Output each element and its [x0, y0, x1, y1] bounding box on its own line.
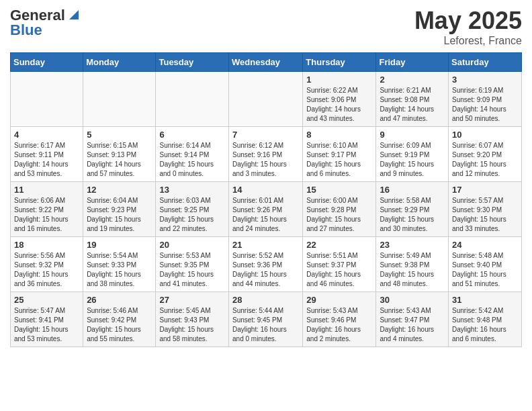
calendar-cell: 18Sunrise: 5:56 AM Sunset: 9:32 PM Dayli… — [11, 237, 83, 292]
calendar-cell: 8Sunrise: 6:10 AM Sunset: 9:17 PM Daylig… — [303, 127, 376, 182]
day-number: 24 — [452, 240, 518, 250]
day-info: Sunrise: 6:07 AM Sunset: 9:20 PM Dayligh… — [452, 141, 518, 179]
day-number: 15 — [306, 185, 372, 195]
day-info: Sunrise: 5:49 AM Sunset: 9:38 PM Dayligh… — [380, 251, 445, 289]
calendar-day-header: Sunday — [11, 53, 83, 72]
calendar-day-header: Monday — [83, 53, 156, 72]
day-number: 8 — [306, 130, 372, 140]
calendar-cell: 5Sunrise: 6:15 AM Sunset: 9:13 PM Daylig… — [83, 127, 156, 182]
calendar-cell: 1Sunrise: 6:22 AM Sunset: 9:06 PM Daylig… — [303, 72, 376, 127]
day-info: Sunrise: 5:57 AM Sunset: 9:30 PM Dayligh… — [452, 196, 518, 234]
day-number: 1 — [306, 75, 372, 85]
calendar-cell: 11Sunrise: 6:06 AM Sunset: 9:22 PM Dayli… — [11, 182, 83, 237]
svg-marker-0 — [69, 10, 79, 19]
day-number: 18 — [14, 240, 79, 250]
calendar-cell — [156, 72, 229, 127]
day-info: Sunrise: 6:14 AM Sunset: 9:14 PM Dayligh… — [159, 141, 225, 179]
day-number: 19 — [87, 240, 152, 250]
day-info: Sunrise: 6:15 AM Sunset: 9:13 PM Dayligh… — [87, 141, 152, 179]
title-month: May 2025 — [414, 7, 522, 35]
calendar-cell: 9Sunrise: 6:09 AM Sunset: 9:19 PM Daylig… — [376, 127, 449, 182]
day-info: Sunrise: 5:44 AM Sunset: 9:45 PM Dayligh… — [232, 306, 299, 344]
calendar-cell: 15Sunrise: 6:00 AM Sunset: 9:28 PM Dayli… — [303, 182, 376, 237]
calendar-cell: 24Sunrise: 5:48 AM Sunset: 9:40 PM Dayli… — [449, 237, 522, 292]
day-info: Sunrise: 5:54 AM Sunset: 9:33 PM Dayligh… — [87, 251, 152, 289]
calendar-cell — [11, 72, 83, 127]
calendar-week-row: 25Sunrise: 5:47 AM Sunset: 9:41 PM Dayli… — [11, 292, 522, 347]
calendar-cell: 17Sunrise: 5:57 AM Sunset: 9:30 PM Dayli… — [449, 182, 522, 237]
calendar-day-header: Thursday — [303, 53, 376, 72]
day-info: Sunrise: 5:47 AM Sunset: 9:41 PM Dayligh… — [14, 306, 79, 344]
day-number: 9 — [380, 130, 445, 140]
day-number: 4 — [14, 130, 79, 140]
title-block: May 2025 Leforest, France — [414, 7, 522, 47]
day-number: 6 — [159, 130, 225, 140]
day-info: Sunrise: 6:03 AM Sunset: 9:25 PM Dayligh… — [159, 196, 225, 234]
day-info: Sunrise: 5:43 AM Sunset: 9:47 PM Dayligh… — [380, 306, 445, 344]
calendar-cell: 14Sunrise: 6:01 AM Sunset: 9:26 PM Dayli… — [229, 182, 303, 237]
page: General Blue May 2025 Leforest, France S… — [0, 0, 532, 354]
header: General Blue May 2025 Leforest, France — [10, 7, 522, 47]
day-info: Sunrise: 5:43 AM Sunset: 9:46 PM Dayligh… — [306, 306, 372, 344]
day-number: 26 — [87, 295, 152, 305]
calendar-cell: 28Sunrise: 5:44 AM Sunset: 9:45 PM Dayli… — [229, 292, 303, 347]
calendar-cell — [229, 72, 303, 127]
calendar-cell: 4Sunrise: 6:17 AM Sunset: 9:11 PM Daylig… — [11, 127, 83, 182]
day-number: 5 — [87, 130, 152, 140]
calendar-cell: 13Sunrise: 6:03 AM Sunset: 9:25 PM Dayli… — [156, 182, 229, 237]
day-info: Sunrise: 6:10 AM Sunset: 9:17 PM Dayligh… — [306, 141, 372, 179]
day-info: Sunrise: 6:22 AM Sunset: 9:06 PM Dayligh… — [306, 86, 372, 124]
day-info: Sunrise: 6:12 AM Sunset: 9:16 PM Dayligh… — [232, 141, 299, 179]
calendar-cell: 26Sunrise: 5:46 AM Sunset: 9:42 PM Dayli… — [83, 292, 156, 347]
calendar-cell: 20Sunrise: 5:53 AM Sunset: 9:35 PM Dayli… — [156, 237, 229, 292]
calendar-cell: 10Sunrise: 6:07 AM Sunset: 9:20 PM Dayli… — [449, 127, 522, 182]
calendar-cell — [83, 72, 156, 127]
day-number: 23 — [380, 240, 445, 250]
day-number: 13 — [159, 185, 225, 195]
day-info: Sunrise: 6:21 AM Sunset: 9:08 PM Dayligh… — [380, 86, 445, 124]
day-number: 30 — [380, 295, 445, 305]
day-number: 7 — [232, 130, 299, 140]
calendar-cell: 27Sunrise: 5:45 AM Sunset: 9:43 PM Dayli… — [156, 292, 229, 347]
day-info: Sunrise: 6:09 AM Sunset: 9:19 PM Dayligh… — [380, 141, 445, 179]
day-number: 27 — [159, 295, 225, 305]
calendar-cell: 3Sunrise: 6:19 AM Sunset: 9:09 PM Daylig… — [449, 72, 522, 127]
calendar-week-row: 18Sunrise: 5:56 AM Sunset: 9:32 PM Dayli… — [11, 237, 522, 292]
calendar-week-row: 11Sunrise: 6:06 AM Sunset: 9:22 PM Dayli… — [11, 182, 522, 237]
day-number: 14 — [232, 185, 299, 195]
calendar-cell: 25Sunrise: 5:47 AM Sunset: 9:41 PM Dayli… — [11, 292, 83, 347]
calendar-cell: 2Sunrise: 6:21 AM Sunset: 9:08 PM Daylig… — [376, 72, 449, 127]
day-number: 12 — [87, 185, 152, 195]
day-number: 10 — [452, 130, 518, 140]
calendar-cell: 22Sunrise: 5:51 AM Sunset: 9:37 PM Dayli… — [303, 237, 376, 292]
day-number: 2 — [380, 75, 445, 85]
calendar-cell: 7Sunrise: 6:12 AM Sunset: 9:16 PM Daylig… — [229, 127, 303, 182]
calendar-cell: 16Sunrise: 5:58 AM Sunset: 9:29 PM Dayli… — [376, 182, 449, 237]
day-info: Sunrise: 6:04 AM Sunset: 9:23 PM Dayligh… — [87, 196, 152, 234]
day-info: Sunrise: 6:19 AM Sunset: 9:09 PM Dayligh… — [452, 86, 518, 124]
day-number: 28 — [232, 295, 299, 305]
day-number: 29 — [306, 295, 372, 305]
day-number: 21 — [232, 240, 299, 250]
day-number: 11 — [14, 185, 79, 195]
title-location: Leforest, France — [414, 35, 522, 47]
calendar-day-header: Tuesday — [156, 53, 229, 72]
day-info: Sunrise: 6:06 AM Sunset: 9:22 PM Dayligh… — [14, 196, 79, 234]
day-number: 31 — [452, 295, 518, 305]
day-number: 16 — [380, 185, 445, 195]
calendar-cell: 21Sunrise: 5:52 AM Sunset: 9:36 PM Dayli… — [229, 237, 303, 292]
calendar-header-row: SundayMondayTuesdayWednesdayThursdayFrid… — [11, 53, 522, 72]
calendar-cell: 23Sunrise: 5:49 AM Sunset: 9:38 PM Dayli… — [376, 237, 449, 292]
day-info: Sunrise: 5:58 AM Sunset: 9:29 PM Dayligh… — [380, 196, 445, 234]
calendar-day-header: Friday — [376, 53, 449, 72]
calendar-cell: 12Sunrise: 6:04 AM Sunset: 9:23 PM Dayli… — [83, 182, 156, 237]
day-number: 20 — [159, 240, 225, 250]
day-info: Sunrise: 5:51 AM Sunset: 9:37 PM Dayligh… — [306, 251, 372, 289]
calendar-week-row: 4Sunrise: 6:17 AM Sunset: 9:11 PM Daylig… — [11, 127, 522, 182]
day-info: Sunrise: 6:00 AM Sunset: 9:28 PM Dayligh… — [306, 196, 372, 234]
day-info: Sunrise: 5:48 AM Sunset: 9:40 PM Dayligh… — [452, 251, 518, 289]
day-info: Sunrise: 5:45 AM Sunset: 9:43 PM Dayligh… — [159, 306, 225, 344]
day-number: 22 — [306, 240, 372, 250]
day-info: Sunrise: 5:42 AM Sunset: 9:48 PM Dayligh… — [452, 306, 518, 344]
calendar-week-row: 1Sunrise: 6:22 AM Sunset: 9:06 PM Daylig… — [11, 72, 522, 127]
